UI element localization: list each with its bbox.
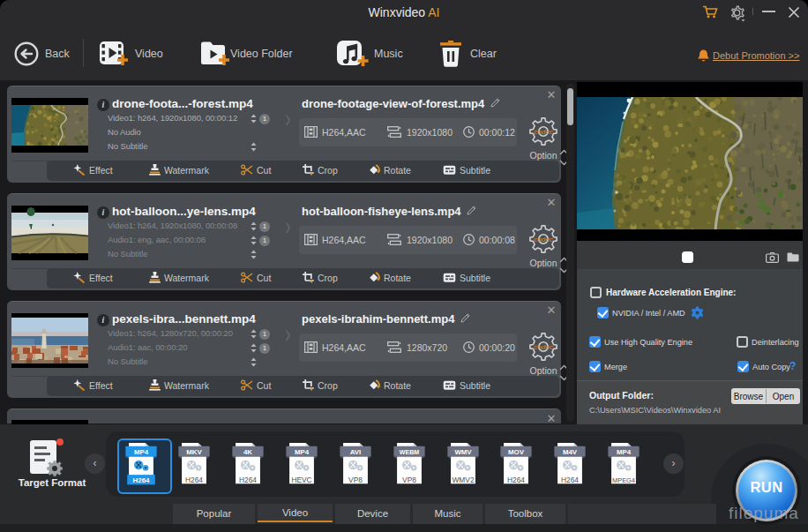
svg-text:VP8: VP8 <box>402 476 416 484</box>
svg-text:MP4: MP4 <box>134 448 149 456</box>
svg-text:WEBM: WEBM <box>400 449 419 455</box>
svg-text:M4V: M4V <box>563 448 578 456</box>
svg-text:H264: H264 <box>239 476 257 484</box>
svg-text:H264: H264 <box>185 476 203 484</box>
svg-text:VP8: VP8 <box>348 476 363 484</box>
svg-text:MPEG4: MPEG4 <box>612 476 635 484</box>
svg-text:MP4: MP4 <box>295 448 310 456</box>
svg-text:H264: H264 <box>133 476 150 484</box>
svg-text:H264: H264 <box>507 476 525 484</box>
svg-text:WMV: WMV <box>454 448 472 456</box>
svg-text:codec: codec <box>534 236 552 244</box>
svg-text:AVI: AVI <box>350 448 362 456</box>
svg-text:HEVC: HEVC <box>291 476 311 484</box>
svg-text:H264: H264 <box>561 476 579 484</box>
svg-text:codec: codec <box>534 128 552 136</box>
svg-text:WMV2: WMV2 <box>452 476 474 484</box>
svg-text:MP4: MP4 <box>617 448 632 456</box>
svg-text:MOV: MOV <box>508 448 525 456</box>
svg-text:4K: 4K <box>243 448 252 456</box>
svg-text:MKV: MKV <box>186 448 202 456</box>
svg-text:codec: codec <box>534 343 552 351</box>
